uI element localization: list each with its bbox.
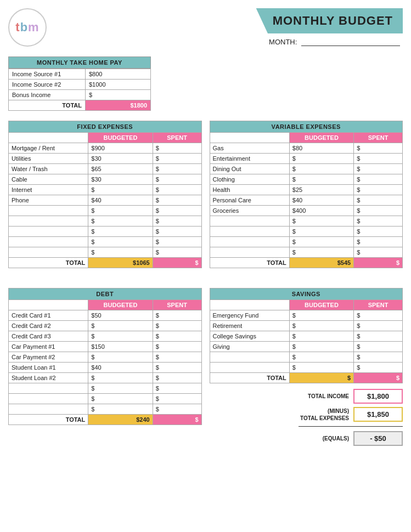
bonus-income-label: Bonus Income	[9, 90, 86, 100]
total-spent: $	[354, 258, 403, 268]
row-spent: $	[354, 185, 403, 195]
debt-table: DEBT BUDGETED SPENT Credit Card #1 $50 $…	[8, 288, 202, 425]
logo-t: t	[15, 20, 20, 35]
income-section: MONTHLY TAKE HOME PAY Income Source #1 $…	[8, 56, 151, 111]
income-row-1: Income Source #1 $800	[9, 69, 151, 80]
row-spent: $	[354, 310, 403, 321]
total-budgeted: $1065	[88, 258, 153, 268]
row-label	[210, 363, 289, 373]
row-label: Credit Card #3	[9, 331, 88, 342]
table-row: Car Payment #2 $ $	[9, 352, 202, 363]
total-label: TOTAL	[9, 415, 88, 425]
logo-b: b	[20, 20, 28, 35]
row-spent: $	[354, 227, 403, 237]
row-label	[210, 352, 289, 363]
month-line: MONTH:	[256, 38, 403, 46]
row-budgeted: $	[88, 331, 153, 342]
row-label: Internet	[9, 185, 88, 195]
summary-divider	[299, 426, 403, 427]
row-label	[9, 394, 88, 404]
row-budgeted: $	[289, 342, 353, 352]
row-spent: $	[354, 174, 403, 185]
table-row: Emergency Fund $ $	[210, 310, 403, 321]
row-spent: $	[153, 363, 201, 373]
row-label: Emergency Fund	[210, 310, 289, 321]
total-label: TOTAL	[210, 258, 289, 268]
row-spent: $	[354, 206, 403, 216]
fixed-expenses-section: FIXED EXPENSES BUDGETED SPENT Mortgage /…	[8, 121, 202, 268]
row-spent: $	[354, 216, 403, 227]
variable-spent-header: SPENT	[354, 133, 403, 143]
summary-block: TOTAL INCOME $1,800 (MINUS) TOTAL EXPENS…	[210, 389, 403, 446]
table-total-row: TOTAL $545 $	[210, 258, 403, 268]
row-budgeted: $	[88, 383, 153, 394]
expenses-grid: FIXED EXPENSES BUDGETED SPENT Mortgage /…	[8, 121, 403, 278]
row-spent: $	[153, 185, 201, 195]
row-spent: $	[153, 195, 201, 206]
row-spent: $	[153, 154, 201, 164]
title-banner: MONTHLY BUDGET	[256, 8, 403, 33]
row-budgeted: $30	[88, 174, 153, 185]
debt-cat-col	[9, 300, 88, 310]
income-row-3: Bonus Income $	[9, 90, 151, 100]
savings-spent-header: SPENT	[354, 300, 403, 310]
table-row: Groceries $400 $	[210, 206, 403, 216]
table-row: Giving $ $	[210, 342, 403, 352]
income-section-header: MONTHLY TAKE HOME PAY	[8, 56, 151, 69]
row-budgeted: $30	[88, 154, 153, 164]
table-row: Internet $ $	[9, 185, 202, 195]
income-total-row: TOTAL $1800	[9, 100, 151, 111]
month-label: MONTH:	[269, 38, 297, 46]
table-row: Credit Card #3 $ $	[9, 331, 202, 342]
row-label	[9, 216, 88, 227]
row-label: Student Loan #1	[9, 363, 88, 373]
table-row: College Savings $ $	[210, 331, 403, 342]
table-row: $ $	[9, 216, 202, 227]
table-row: Dining Out $ $	[210, 164, 403, 174]
row-spent: $	[354, 321, 403, 331]
row-label	[210, 247, 289, 258]
row-spent: $	[153, 164, 201, 174]
table-row: $ $	[210, 352, 403, 363]
row-budgeted: $	[88, 373, 153, 383]
summary-income-row: TOTAL INCOME $1,800	[308, 389, 403, 404]
table-total-row: TOTAL $1065 $	[9, 258, 202, 268]
row-budgeted: $400	[289, 206, 353, 216]
table-row: $ $	[210, 227, 403, 237]
table-row: Gas $80 $	[210, 143, 403, 154]
table-row: Water / Trash $65 $	[9, 164, 202, 174]
total-label: TOTAL	[210, 373, 289, 383]
fixed-cat-col	[9, 133, 88, 143]
row-budgeted: $	[88, 321, 153, 331]
row-label: Credit Card #2	[9, 321, 88, 331]
fixed-budgeted-header: BUDGETED	[88, 133, 153, 143]
row-label: Utilities	[9, 154, 88, 164]
row-spent: $	[354, 331, 403, 342]
row-budgeted: $	[289, 237, 353, 247]
table-row: $ $	[9, 237, 202, 247]
row-label	[210, 227, 289, 237]
row-spent: $	[153, 404, 201, 415]
row-spent: $	[354, 143, 403, 154]
row-budgeted: $	[289, 154, 353, 164]
row-spent: $	[153, 216, 201, 227]
row-budgeted: $40	[88, 363, 153, 373]
row-budgeted: $	[289, 174, 353, 185]
row-spent: $	[153, 247, 201, 258]
income-source-2-value: $1000	[86, 80, 151, 90]
table-row: Phone $40 $	[9, 195, 202, 206]
fixed-spent-header: SPENT	[153, 133, 201, 143]
table-row: $ $	[9, 206, 202, 216]
row-spent: $	[354, 247, 403, 258]
bonus-income-value: $	[86, 90, 151, 100]
row-budgeted: $	[289, 216, 353, 227]
row-label: Health	[210, 185, 289, 195]
row-label: Car Payment #1	[9, 342, 88, 352]
row-spent: $	[153, 321, 201, 331]
table-row: Retirement $ $	[210, 321, 403, 331]
savings-budgeted-header: BUDGETED	[289, 300, 353, 310]
row-label: Cable	[9, 174, 88, 185]
row-label: Retirement	[210, 321, 289, 331]
row-spent: $	[153, 206, 201, 216]
logo-m: m	[28, 20, 40, 35]
